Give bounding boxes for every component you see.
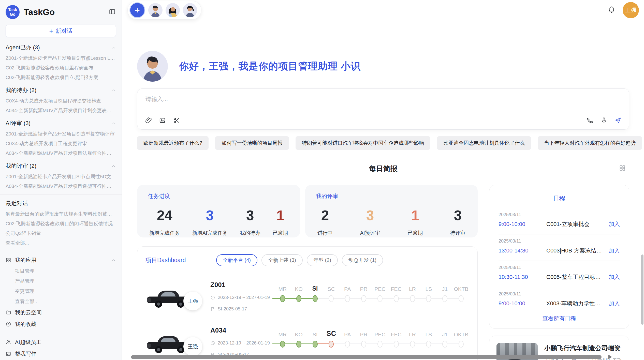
sidebar-item-change-mgmt[interactable]: 变更管理 [6, 286, 116, 296]
stat-value: 1 [276, 208, 284, 223]
list-item[interactable]: C02-飞腾新能源轻客改款项目立项汇报方案 [6, 73, 116, 82]
suggestion-chips: 欧洲新规最近颁布了什么? 如何写一份清晰的项目周报 特朗普可能对进口汽车增税会对… [137, 136, 629, 150]
phone-icon[interactable] [587, 117, 593, 124]
tab-new-platform[interactable]: 全新平台 (4) [216, 254, 257, 266]
write-image-icon [6, 351, 11, 357]
milestone-dot [459, 341, 464, 348]
section-my-todo[interactable]: 我的待办 (2) [6, 84, 116, 96]
suggestion-chip[interactable]: 如何写一份清晰的项目周报 [215, 136, 289, 150]
section-title: 最近对话 [6, 198, 28, 209]
sidebar-item-project-mgmt[interactable]: 项目管理 [6, 266, 116, 276]
topbar-right: 王强 [608, 2, 639, 18]
sidebar-item-help-write[interactable]: 帮我写作 [6, 348, 116, 360]
join-link[interactable]: 加入 [609, 220, 620, 228]
stat-label: 我的待办 [240, 230, 260, 236]
list-item[interactable]: A034-全新新能源MUV产品开发项目计划变更表编写 [6, 106, 116, 115]
image-icon[interactable] [159, 117, 166, 124]
view-all-chats[interactable]: 查看全部... [6, 238, 116, 248]
chevron-up-icon[interactable] [111, 121, 116, 126]
paperclip-icon[interactable] [145, 117, 152, 124]
list-item[interactable]: A034-全新新能源MUV产品开发项目造型可行性评审 [6, 182, 116, 191]
new-chat-button[interactable]: + 新对话 [6, 25, 116, 37]
agent-avatar-3[interactable] [183, 3, 197, 17]
milestone-dot [426, 295, 431, 302]
collapse-sidebar-icon[interactable] [109, 8, 115, 16]
topbar: + 王强 [127, 1, 639, 20]
suggestion-chip[interactable]: 当下年轻人对汽车外观有怎样的喜好趋势 [538, 136, 642, 150]
section-title: Agent已办 (3) [6, 42, 40, 53]
stat-new-completed: 24 新增完成任务 [149, 208, 180, 236]
milestone-ls: LS [420, 327, 437, 348]
suggestion-chip[interactable]: 欧洲新规最近颁布了什么? [137, 136, 209, 150]
sidebar-item-product-mgmt[interactable]: 产品管理 [6, 276, 116, 286]
chevron-up-icon[interactable] [111, 164, 116, 169]
horizontal-scrollbar[interactable] [131, 355, 602, 359]
join-link[interactable]: 加入 [609, 273, 620, 281]
dashboard-title: 项目Dashboard [145, 256, 216, 264]
daily-brief-title: 每日简报 [369, 165, 398, 173]
chat-input[interactable] [145, 95, 622, 103]
stat-value: 3 [206, 208, 214, 223]
app-logo: Task Go [6, 5, 20, 19]
list-item[interactable]: Z001-全新燃油轻卡产品开发项目SI造型提交物评审 [6, 129, 116, 139]
star-badge-icon [6, 321, 11, 327]
sidebar-item-ai-employee[interactable]: AI超级员工 [6, 336, 116, 348]
join-link[interactable]: 加入 [609, 300, 620, 307]
my-review-title: 我的评审 [316, 192, 467, 200]
sidebar-item-favorites[interactable]: 我的收藏 [6, 318, 116, 330]
scroll-down-arrow-icon[interactable] [606, 347, 610, 350]
list-item[interactable]: Z001-全新燃油轻卡产品开发项目SI节点属性5D文件评审 [6, 172, 116, 182]
agent-avatar-1[interactable] [148, 3, 163, 17]
project-row-z001[interactable]: 王强 Z001 2023-12-19 ~ 2027-01-19 SI [145, 281, 469, 312]
list-item[interactable]: C02-飞腾新能源轻客改款项目里程碑画布 [6, 63, 116, 73]
list-item[interactable]: C02-飞腾新能源轻客改款项目的闭环通告反馈情况 [6, 219, 116, 229]
sidebar-item-cloud-space[interactable]: 我的云空间 [6, 307, 116, 318]
milestone-dot [329, 341, 334, 348]
section-agent-done[interactable]: Agent已办 (3) [6, 42, 116, 53]
schedule-entry: 2025/03/11 9:00-10:00 C001-立项审批会 加入 [499, 208, 620, 234]
milestone-dot [313, 295, 318, 302]
tab-model-year[interactable]: 年型 (2) [307, 254, 338, 266]
milestone-lr: LR [404, 327, 421, 348]
chevron-up-icon[interactable] [111, 88, 116, 93]
project-row-a034[interactable]: 王强 A034 2023-12-19 ~ 2026-01-19 SC [145, 326, 469, 357]
milestone-fec: FEC [388, 282, 404, 302]
app-title: TaskGo [24, 7, 109, 17]
tab-powertrain[interactable]: 动总开发 (1) [342, 254, 383, 266]
stat-value: 24 [157, 208, 172, 223]
list-item[interactable]: 解释最新出台的欧盟报废车法规再生塑料比例被调至15%... [6, 209, 116, 219]
section-ai-review[interactable]: AI评审 (3) [6, 117, 116, 129]
layout-grid-icon[interactable] [619, 164, 626, 172]
microphone-icon[interactable] [601, 117, 607, 124]
list-item[interactable]: C0X4-动力总成开发项目SI里程碑提交物检查 [6, 96, 116, 106]
scroll-right-arrow-icon[interactable] [608, 355, 612, 359]
user-avatar[interactable]: 王强 [623, 2, 639, 18]
add-agent-button[interactable]: + [129, 2, 145, 18]
list-item[interactable]: 公司Q3轻卡销量 [6, 229, 116, 238]
chevron-up-icon[interactable] [111, 258, 116, 263]
stat-value: 3 [246, 208, 254, 223]
agent-avatar-2[interactable] [166, 3, 180, 17]
list-item[interactable]: A034-全新新能源MUV产品开发项目法规符合性评审 [6, 148, 116, 158]
stat-ai-pre-review: 3 AI预评审 [360, 208, 380, 236]
suggestion-chip[interactable]: 比亚迪全固态电池计划具体说了什么 [437, 136, 531, 150]
tab-new-body[interactable]: 全新上装 (3) [261, 254, 303, 266]
notifications-bell-icon[interactable] [608, 6, 616, 15]
vertical-scrollbar[interactable] [641, 254, 643, 325]
list-item[interactable]: Z001-全新燃油皮卡产品开发项目SI节点Lesson Learn报告 [6, 53, 116, 63]
view-all-schedule-link[interactable]: 查看所有日程 [499, 309, 620, 323]
list-item[interactable]: C0X4-动力总成开发项目工程变更评审 [6, 139, 116, 148]
sidebar-item-my-apps[interactable]: 我的应用 [6, 254, 116, 266]
send-icon[interactable] [614, 117, 621, 124]
join-link[interactable]: 加入 [609, 247, 620, 254]
stat-label: 新增完成任务 [149, 230, 180, 236]
apps-grid-icon [6, 257, 11, 263]
view-all-apps[interactable]: 查看全部.. [6, 296, 116, 307]
schedule-time: 13:00-14:30 [499, 247, 546, 254]
chevron-up-icon[interactable] [111, 45, 116, 50]
section-my-review[interactable]: 我的评审 (2) [6, 160, 116, 172]
milestone-dot [280, 295, 285, 302]
suggestion-chip[interactable]: 特朗普可能对进口汽车增税会对中国车企造成哪些影响 [296, 136, 430, 150]
section-title: 我的待办 (2) [6, 84, 36, 96]
scissors-icon[interactable] [173, 117, 180, 124]
